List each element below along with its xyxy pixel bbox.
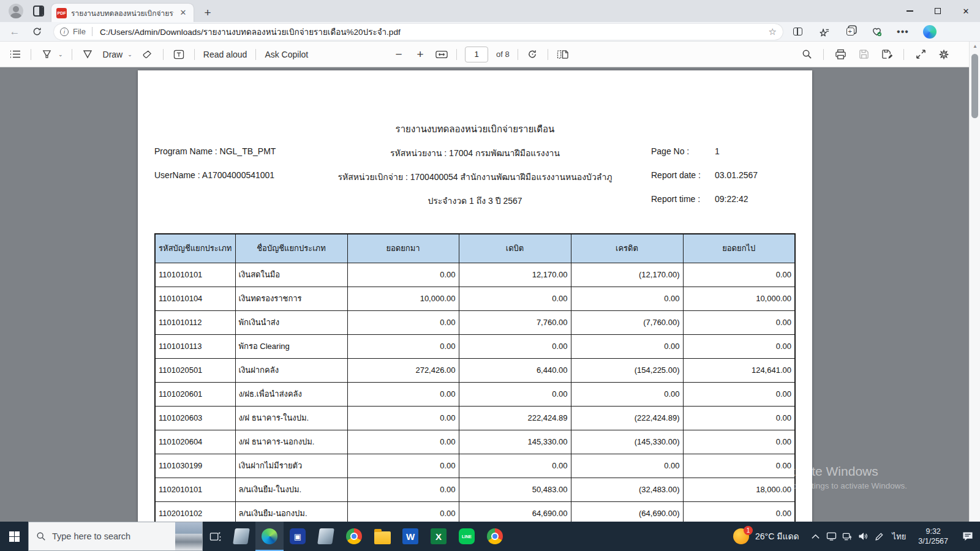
- table-of-contents-icon[interactable]: [9, 48, 22, 61]
- taskbar-app-app-glass[interactable]: [312, 522, 340, 551]
- page-no-value: 1: [715, 146, 720, 156]
- fit-to-width-icon[interactable]: [435, 48, 448, 61]
- rotate-icon[interactable]: [526, 48, 540, 61]
- eraser-icon[interactable]: [141, 48, 154, 61]
- draw-pen-icon[interactable]: [81, 48, 94, 61]
- notification-app-icon[interactable]: 1: [733, 528, 749, 544]
- show-hidden-icons-chevron[interactable]: [808, 522, 824, 551]
- address-bar[interactable]: i File C:/Users/Admin/Downloads/รายงานงบ…: [54, 24, 783, 40]
- taskbar-app-chrome[interactable]: [340, 522, 368, 551]
- table-cell: 0.00: [347, 382, 459, 406]
- keyboard-language-label[interactable]: ไทย: [892, 530, 907, 543]
- vertical-scrollbar[interactable]: ▲: [969, 42, 980, 522]
- save-icon: [857, 48, 870, 61]
- report-date-label: Report date :: [651, 170, 701, 180]
- table-header-cell: ยอดยกไป: [683, 234, 795, 263]
- table-cell: 1101030199: [155, 454, 235, 478]
- table-cell: 1101010101: [155, 263, 235, 287]
- highlighter-dropdown-icon[interactable]: ⌄: [58, 51, 63, 58]
- back-button[interactable]: ←: [6, 23, 23, 40]
- action-center-icon[interactable]: [956, 522, 980, 551]
- table-cell: (222,424.89): [571, 406, 683, 430]
- scrollbar-thumb[interactable]: [971, 54, 978, 118]
- table-cell: 50,483.00: [459, 478, 571, 501]
- settings-menu-icon[interactable]: •••: [897, 26, 909, 38]
- weather-temperature-label[interactable]: 26°C มีแดด: [755, 530, 799, 543]
- task-view-icon[interactable]: [203, 522, 227, 551]
- table-cell: เงินทดรองราชการ: [235, 287, 347, 310]
- url-text[interactable]: C:/Users/Admin/Downloads/รายงานงบทดลองหน…: [100, 25, 769, 39]
- close-button[interactable]: ✕: [952, 0, 980, 22]
- print-icon[interactable]: [834, 48, 847, 61]
- file-scheme-label: File: [73, 27, 86, 36]
- minimize-button[interactable]: [895, 0, 924, 22]
- taskbar-app-line[interactable]: LINE: [453, 522, 481, 551]
- taskbar-app-word[interactable]: W: [396, 522, 424, 551]
- profile-avatar-icon[interactable]: [9, 4, 23, 18]
- refresh-button[interactable]: [28, 23, 45, 40]
- fullscreen-icon[interactable]: [914, 48, 927, 61]
- search-highlight-image[interactable]: [175, 522, 202, 550]
- table-cell: (64,690.00): [571, 501, 683, 522]
- taskbar-app-file-explorer[interactable]: [368, 522, 396, 551]
- search-document-icon[interactable]: [800, 48, 813, 61]
- copilot-icon[interactable]: [923, 25, 937, 39]
- network-icon[interactable]: [840, 522, 856, 551]
- taskbar-search-input[interactable]: Type here to search: [28, 522, 203, 551]
- tab-actions-icon[interactable]: [33, 6, 44, 17]
- clock-date: 3/1/2567: [918, 536, 948, 546]
- table-header-cell: ยอดยกมา: [347, 234, 459, 263]
- page-number-input[interactable]: 1: [465, 47, 488, 62]
- scroll-up-icon[interactable]: ▲: [970, 42, 980, 51]
- table-cell: (32,483.00): [571, 478, 683, 501]
- tab-close-icon[interactable]: ✕: [178, 7, 189, 18]
- table-cell: 0.00: [347, 478, 459, 501]
- collections-icon[interactable]: [844, 26, 856, 38]
- add-text-icon[interactable]: [172, 48, 186, 61]
- pen-icon[interactable]: [872, 522, 888, 551]
- page-info-icon[interactable]: i: [60, 28, 69, 36]
- new-tab-button[interactable]: +: [200, 5, 216, 21]
- start-button[interactable]: [0, 522, 28, 551]
- taskbar-apps: ▣WXLINE: [227, 522, 509, 551]
- display-icon[interactable]: [824, 522, 840, 551]
- taskbar-app-chrome-2[interactable]: [481, 522, 509, 551]
- table-cell: 10,000.00: [683, 287, 795, 310]
- zoom-in-icon[interactable]: +: [413, 48, 427, 61]
- favorites-icon[interactable]: [818, 26, 830, 38]
- read-aloud-button[interactable]: Read aloud: [203, 50, 247, 59]
- table-header-cell: รหัสบัญชีแยกประเภท: [155, 234, 235, 263]
- taskbar-clock[interactable]: 9:32 3/1/2567: [918, 527, 948, 546]
- table-cell: (154,225.00): [571, 358, 683, 382]
- taskbar-app-app-blue[interactable]: ▣: [284, 522, 312, 551]
- window-controls: ✕: [895, 0, 980, 22]
- period-line: ประจำงวด 1 ถึง 3 ปี 2567: [138, 194, 812, 208]
- table-cell: เงินสดในมือ: [235, 263, 347, 287]
- highlighter-icon[interactable]: [40, 48, 53, 61]
- table-cell: (12,170.00): [571, 263, 683, 287]
- table-cell: 1101020501: [155, 358, 235, 382]
- split-screen-icon[interactable]: [791, 26, 804, 38]
- page-view-icon[interactable]: [556, 48, 570, 61]
- table-cell: 1102010102: [155, 501, 235, 522]
- draw-dropdown-icon[interactable]: ⌄: [127, 51, 132, 58]
- browser-essentials-icon[interactable]: [870, 26, 883, 38]
- pdf-settings-gear-icon[interactable]: [937, 48, 951, 61]
- app-glass-icon: [317, 528, 334, 544]
- browser-tab[interactable]: PDF รายงานงบทดลองหน่วยเบิกจ่ายรายเดือ ✕: [51, 4, 194, 22]
- excel-icon: X: [431, 528, 447, 544]
- favorite-star-icon[interactable]: ☆: [769, 26, 777, 37]
- taskbar-app-weather[interactable]: [227, 522, 255, 551]
- ask-copilot-button[interactable]: Ask Copilot: [265, 50, 308, 59]
- taskbar-app-excel[interactable]: X: [424, 522, 453, 551]
- save-as-icon[interactable]: [880, 48, 894, 61]
- volume-icon[interactable]: [856, 522, 872, 551]
- table-cell: 124,641.00: [683, 358, 795, 382]
- maximize-button[interactable]: [924, 0, 952, 22]
- table-cell: 0.00: [459, 334, 571, 358]
- zoom-out-icon[interactable]: −: [392, 48, 405, 61]
- taskbar-app-edge[interactable]: [255, 522, 284, 551]
- draw-button[interactable]: Draw: [103, 50, 123, 59]
- pdf-page: รายงานงบทดลองหน่วยเบิกจ่ายรายเดือน Progr…: [138, 70, 812, 522]
- table-header-cell: เครดิต: [571, 234, 683, 263]
